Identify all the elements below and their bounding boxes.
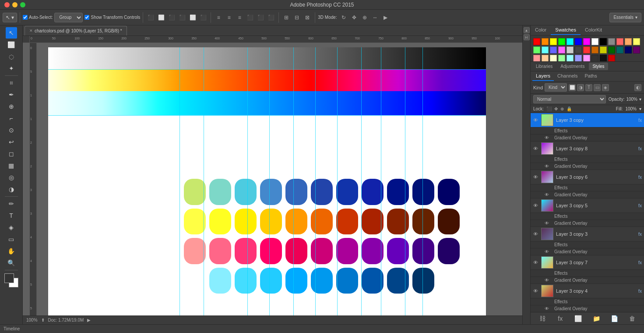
- tab-layers[interactable]: Layers: [532, 71, 554, 81]
- align-left-icon[interactable]: ⬛: [146, 13, 155, 22]
- dist-v-icon[interactable]: ≡: [224, 13, 234, 22]
- swatch-item[interactable]: [575, 55, 582, 62]
- add-fx-button[interactable]: fx: [556, 314, 565, 323]
- tab-adjustments[interactable]: Adjustments: [557, 63, 588, 70]
- fill-arrow-icon[interactable]: ▾: [639, 106, 641, 111]
- essentials-button[interactable]: Essentials ▾: [609, 13, 641, 22]
- layer-visibility-toggle[interactable]: 👁: [531, 255, 540, 269]
- pen-tool-button[interactable]: ✏: [6, 198, 17, 209]
- 3d-pan-icon[interactable]: ✥: [349, 13, 359, 22]
- layer-sub-item[interactable]: Effects: [531, 128, 644, 135]
- layer-item[interactable]: 👁Layer 3 copy 3fx: [531, 227, 644, 241]
- layer-visibility-toggle[interactable]: 👁: [531, 284, 540, 298]
- layer-fx-button[interactable]: fx: [636, 170, 644, 184]
- layer-fx-button[interactable]: fx: [636, 284, 644, 298]
- layer-sub-item[interactable]: 👁Gradient Overlay: [531, 220, 644, 227]
- filter-type-icon[interactable]: T: [585, 84, 592, 91]
- arrange2-icon[interactable]: ⊟: [292, 13, 302, 22]
- eyedropper-tool-button[interactable]: ✒: [6, 89, 17, 100]
- layer-item[interactable]: 👁Layer 3 copy 6fx: [531, 170, 644, 184]
- auto-select-checkbox[interactable]: [23, 15, 28, 20]
- layer-visibility-toggle[interactable]: 👁: [531, 113, 540, 127]
- zoom-tool-button[interactable]: 🔍: [6, 257, 17, 269]
- layer-fx-button[interactable]: fx: [636, 142, 644, 156]
- layer-sub-item[interactable]: Effects: [531, 184, 644, 191]
- foreground-color-swatch[interactable]: [4, 273, 14, 283]
- layer-fx-button[interactable]: fx: [636, 227, 644, 241]
- lock-checkerboard-icon[interactable]: ⬛: [546, 106, 552, 111]
- layers-list[interactable]: 👁Layer 3 copyfxEffects👁Gradient Overlay👁…: [531, 113, 644, 312]
- swatch-item[interactable]: [542, 55, 549, 62]
- document-tab[interactable]: ✕ chartcolors.psd @ 100% (Layer 15, RGB/…: [25, 26, 127, 35]
- dist-top-icon[interactable]: ≡: [214, 13, 223, 22]
- history-brush-button[interactable]: ↩: [6, 136, 17, 148]
- add-mask-button[interactable]: ⬜: [574, 314, 583, 323]
- lasso-tool-button[interactable]: ◌: [6, 51, 17, 62]
- auto-select-dropdown[interactable]: Group: [54, 13, 83, 22]
- swatch-item[interactable]: [616, 38, 623, 45]
- filter-smart-icon[interactable]: ◈: [602, 84, 609, 91]
- 3d-zoom-icon[interactable]: ⊕: [360, 13, 370, 22]
- layer-visibility-toggle[interactable]: 👁: [531, 227, 540, 241]
- new-layer-button[interactable]: 📄: [609, 314, 619, 323]
- layer-item[interactable]: 👁Layer 3 copy 7fx: [531, 255, 644, 270]
- swatch-item[interactable]: [567, 55, 574, 62]
- shape-tool-button[interactable]: ▭: [6, 234, 17, 245]
- swatch-item[interactable]: [600, 38, 607, 45]
- path-select-button[interactable]: ◈: [6, 222, 17, 233]
- filter-toggle-icon[interactable]: ◐: [634, 84, 641, 91]
- align-right-icon[interactable]: ⬛: [167, 13, 176, 22]
- 3d-more-icon[interactable]: ▶: [381, 13, 391, 22]
- swatch-item[interactable]: [533, 46, 540, 53]
- swatch-item[interactable]: [583, 38, 590, 45]
- eraser-tool-button[interactable]: ◻: [6, 148, 17, 159]
- layer-item[interactable]: 👁Layer 3 copy 5fx: [531, 198, 644, 213]
- layer-fx-button[interactable]: fx: [636, 198, 644, 213]
- swatch-item[interactable]: [633, 38, 640, 45]
- layer-sub-item[interactable]: 👁Gradient Overlay: [531, 135, 644, 142]
- text-tool-button[interactable]: T: [6, 210, 17, 221]
- color-picker[interactable]: [4, 273, 18, 287]
- tab-channels[interactable]: Channels: [554, 71, 581, 81]
- heal-tool-button[interactable]: ⊕: [6, 101, 17, 112]
- layer-sub-item[interactable]: Effects: [531, 213, 644, 220]
- delete-layer-button[interactable]: 🗑: [627, 314, 637, 323]
- maximize-button[interactable]: [20, 2, 25, 7]
- layer-visibility-toggle[interactable]: 👁: [531, 142, 540, 156]
- layer-sub-item[interactable]: Effects: [531, 241, 644, 248]
- dist-bottom-icon[interactable]: ≡: [235, 13, 244, 22]
- swatch-item[interactable]: [533, 38, 540, 45]
- new-group-button[interactable]: 📁: [591, 314, 601, 323]
- tab-libraries[interactable]: Libraries: [532, 63, 556, 70]
- align-center-v-icon[interactable]: ⬜: [188, 13, 197, 22]
- tab-styles[interactable]: Styles: [589, 63, 608, 70]
- layer-sub-item[interactable]: 👁Gradient Overlay: [531, 305, 644, 312]
- gradient-tool-button[interactable]: ▦: [6, 160, 17, 171]
- kind-filter-select[interactable]: Kind: [545, 83, 567, 92]
- swatch-item[interactable]: [625, 46, 632, 53]
- 3d-rotate-icon[interactable]: ↻: [339, 13, 348, 22]
- swatch-item[interactable]: [600, 46, 607, 53]
- dist-right-icon[interactable]: ⬛: [266, 13, 276, 22]
- lock-move-icon[interactable]: ✥: [554, 106, 558, 111]
- swatch-item[interactable]: [542, 38, 549, 45]
- swatch-item[interactable]: [591, 46, 598, 53]
- dist-h-icon[interactable]: ⬛: [256, 13, 265, 22]
- swatch-item[interactable]: [591, 38, 598, 45]
- dodge-tool-button[interactable]: ◑: [6, 184, 17, 195]
- blur-tool-button[interactable]: ◎: [6, 172, 17, 183]
- swatch-item[interactable]: [608, 46, 615, 53]
- swatch-item[interactable]: [625, 38, 632, 45]
- blend-mode-select[interactable]: Normal: [533, 95, 606, 103]
- arrange-icon[interactable]: ⊞: [282, 13, 291, 22]
- lock-position-icon[interactable]: ⊕: [560, 106, 564, 111]
- swatch-item[interactable]: [608, 38, 615, 45]
- layer-sub-item[interactable]: 👁Gradient Overlay: [531, 248, 644, 255]
- transform-checkbox[interactable]: [84, 15, 89, 20]
- lock-all-icon[interactable]: 🔒: [567, 106, 572, 111]
- 3d-scale-icon[interactable]: ↔: [370, 13, 380, 22]
- filter-pixel-icon[interactable]: ⬜: [569, 84, 576, 91]
- layer-sub-item[interactable]: Effects: [531, 156, 644, 163]
- layer-sub-item[interactable]: 👁Gradient Overlay: [531, 163, 644, 170]
- link-layers-button[interactable]: ⛓: [538, 314, 547, 323]
